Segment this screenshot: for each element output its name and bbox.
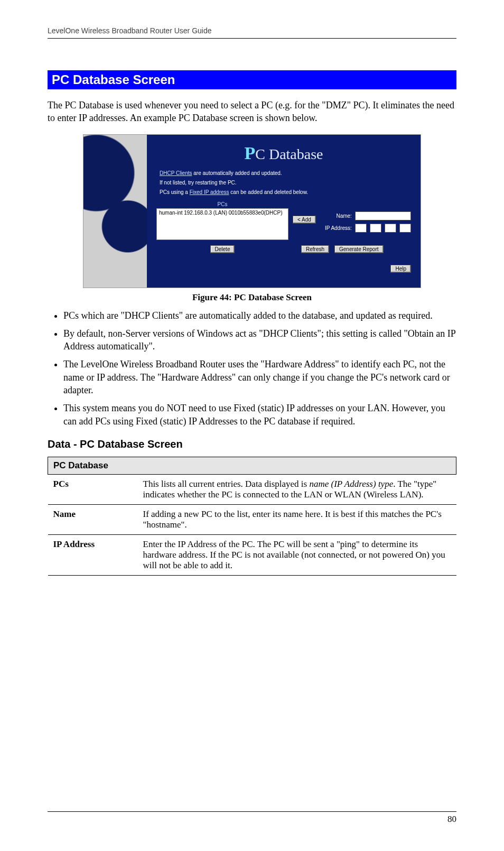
pc-database-screenshot: PC Database DHCP Clients are automatical… bbox=[83, 134, 421, 288]
pcs-listbox[interactable]: human-int 192.168.0.3 (LAN) 0010b55883e0… bbox=[156, 208, 288, 240]
screenshot-note-fixed: PCs using a Fixed IP address can be adde… bbox=[160, 189, 411, 196]
table-row: PCs This lists all current entries. Data… bbox=[48, 474, 456, 504]
data-table: PC Database PCs This lists all current e… bbox=[48, 457, 456, 576]
table-value: Enter the IP Address of the PC. The PC w… bbox=[138, 534, 456, 575]
delete-button[interactable]: Delete bbox=[210, 245, 235, 253]
page-number: 80 bbox=[447, 814, 456, 824]
screenshot-title: PC Database bbox=[156, 143, 411, 163]
data-subheading: Data - PC Database Screen bbox=[48, 438, 456, 450]
screenshot-note-dhcp: DHCP Clients are automatically added and… bbox=[160, 170, 411, 177]
table-key: PCs bbox=[48, 474, 138, 504]
ip-label: IP Address: bbox=[320, 225, 352, 231]
table-value: If adding a new PC to the list, enter it… bbox=[138, 504, 456, 534]
table-row: Name If adding a new PC to the list, ent… bbox=[48, 504, 456, 534]
page-footer: 80 bbox=[48, 811, 456, 825]
table-group-header: PC Database bbox=[48, 457, 456, 474]
table-key: IP Address bbox=[48, 534, 138, 575]
screenshot-side-graphic bbox=[83, 135, 147, 288]
refresh-button[interactable]: Refresh bbox=[301, 245, 329, 253]
table-key: Name bbox=[48, 504, 138, 534]
help-button[interactable]: Help bbox=[390, 265, 411, 273]
screenshot-note-restart: If not listed, try restarting the PC. bbox=[160, 179, 411, 187]
list-item: PCs which are "DHCP Clients" are automat… bbox=[63, 309, 456, 322]
ip-octet-4[interactable] bbox=[399, 224, 411, 233]
running-header: LevelOne Wireless Broadband Router User … bbox=[48, 26, 456, 39]
ip-octet-1[interactable] bbox=[355, 224, 367, 233]
name-input[interactable] bbox=[355, 211, 411, 220]
pcs-list-label: PCs bbox=[156, 201, 288, 207]
name-label: Name: bbox=[320, 213, 352, 219]
add-button[interactable]: < Add bbox=[293, 216, 316, 224]
intro-paragraph: The PC Database is used whenever you nee… bbox=[48, 99, 456, 125]
ip-octet-2[interactable] bbox=[370, 224, 381, 233]
table-row: IP Address Enter the IP Address of the P… bbox=[48, 534, 456, 575]
list-item: The LevelOne Wireless Broadband Router u… bbox=[63, 358, 456, 396]
section-title: PC Database Screen bbox=[48, 70, 456, 89]
list-item: This system means you do NOT need to use… bbox=[63, 402, 456, 428]
table-value: This lists all current entries. Data dis… bbox=[138, 474, 456, 504]
figure-caption: Figure 44: PC Database Screen bbox=[48, 292, 456, 303]
ip-octet-3[interactable] bbox=[385, 224, 396, 233]
list-item: By default, non-Server versions of Windo… bbox=[63, 327, 456, 353]
pcs-list-entry[interactable]: human-int 192.168.0.3 (LAN) 0010b55883e0… bbox=[159, 210, 286, 216]
generate-report-button[interactable]: Generate Report bbox=[334, 245, 384, 253]
bullet-list: PCs which are "DHCP Clients" are automat… bbox=[48, 309, 456, 428]
